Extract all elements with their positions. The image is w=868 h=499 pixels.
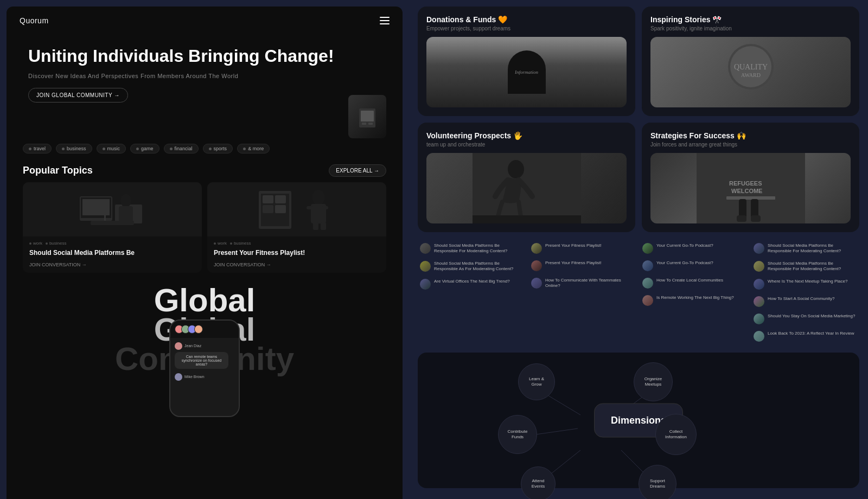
svg-text:REFUGEES: REFUGEES [729, 180, 762, 187]
tag-sports[interactable]: sports [203, 144, 233, 153]
list-item[interactable]: How To Communicate With Teammates Online… [529, 276, 637, 291]
list-item[interactable]: Should Social Media Platforms Be Respons… [751, 259, 859, 274]
tag-label: business [67, 146, 86, 151]
category-card-strategies: Strategies For Success 🙌 Join forces and… [642, 123, 859, 232]
tag-more[interactable]: & more [237, 144, 270, 153]
phone-user-name-2: Mike Brown [184, 375, 205, 379]
article-avatar [754, 314, 764, 324]
article-column-2: Your Current Go-To Podcast? Your Current… [640, 241, 748, 344]
phone-mockup: Jean Diaz Can remote teams synchronize o… [169, 319, 240, 417]
svg-rect-37 [737, 215, 746, 222]
article-title: How To Start A Social Community? [768, 296, 834, 302]
global-community-section: Global Global Community Jean Diaz [7, 277, 403, 374]
phone-user-row: Jean Diaz [175, 342, 234, 350]
tag-label: travel [34, 146, 46, 151]
topic-tag-work: work [29, 241, 42, 246]
article-title: Should Social Media Platforms Be Respons… [768, 243, 857, 254]
list-item[interactable]: Your Current Go-To Podcast? [640, 258, 748, 273]
category-card-inspiring: Inspiring Stories 🎌 Spark positivity, ig… [642, 7, 859, 116]
hero-image-inner [348, 95, 386, 138]
list-item[interactable]: Is Remote Working The Next Big Thing? [640, 293, 748, 308]
phone-avatar-2 [175, 373, 182, 381]
tag-text: work [33, 241, 42, 246]
svg-text:AWARD: AWARD [741, 72, 761, 78]
list-item[interactable]: Should Social Media Platforms Be Respons… [418, 241, 526, 257]
article-avatar [531, 278, 542, 289]
tag-travel[interactable]: travel [23, 144, 52, 153]
phone-user-name: Jean Diaz [184, 344, 201, 348]
category-card-image-donations: Information [426, 37, 627, 107]
svg-rect-38 [751, 215, 761, 222]
tag-game[interactable]: game [130, 144, 159, 153]
list-item[interactable]: Look Back To 2023: A Reflect Year In Rev… [751, 329, 859, 344]
dim-bubble-support-dreams[interactable]: SupportDreams [639, 465, 676, 499]
category-card-image-inspiring: QUALITY AWARD [650, 37, 851, 107]
fitness-illustration [248, 185, 346, 234]
dim-bubble-collect-information[interactable]: CollectInformation [655, 414, 697, 455]
hero-image-icon [356, 103, 378, 130]
inspiring-image: QUALITY AWARD [650, 37, 851, 107]
desk-scene-icon [23, 182, 202, 236]
svg-rect-17 [275, 205, 286, 213]
list-item[interactable]: Are Virtual Offices The Next Big Trend? [418, 277, 526, 292]
list-item[interactable]: Where Is The Next Meetup Taking Place? [751, 277, 859, 292]
join-global-button[interactable]: JOIN GLOBAL COMMUNITY → [28, 88, 128, 103]
svg-rect-34 [726, 196, 775, 200]
list-item[interactable]: Present Your Fitness Playlist! [529, 258, 637, 273]
bubble-label: ContributeFunds [508, 429, 528, 439]
list-item[interactable]: Should Social Media Platforms Be Respons… [751, 241, 859, 257]
dim-bubble-organize-meetups[interactable]: OrganizeMeetups [634, 362, 673, 401]
popular-topics-title: Popular Topics [23, 165, 93, 176]
list-item[interactable]: Should Social Media Platforms Be Respons… [418, 259, 526, 274]
dim-bubble-attend-events[interactable]: AttendEvents [521, 466, 556, 499]
list-item[interactable]: How To Start A Social Community? [751, 294, 859, 309]
topic-card-image-0 [23, 182, 202, 236]
phone-message-area: Jean Diaz Can remote teams synchronize o… [170, 338, 239, 385]
list-item[interactable]: How To Create Local Communities [640, 276, 748, 291]
join-conversation-1[interactable]: JOIN CONVERSATION → [214, 262, 380, 267]
logo: Quorum [20, 16, 49, 25]
topic-tags-1: work business [214, 241, 380, 246]
tag-financial[interactable]: financial [164, 144, 199, 153]
join-conversation-0[interactable]: JOIN CONVERSATION → [29, 262, 195, 267]
topic-card-title-1: Present Your Fitness Playlist! [214, 249, 380, 258]
hero-title: Uniting Individuals Bringing Change! [28, 46, 381, 66]
category-card-subtitle-inspiring: Spark positivity, ignite imagination [650, 25, 851, 31]
dim-bubble-contribute-funds[interactable]: ContributeFunds [498, 415, 537, 454]
arch-shape: Information [508, 50, 546, 94]
article-avatar [642, 278, 653, 289]
svg-rect-20 [307, 206, 313, 209]
tag-business[interactable]: business [56, 144, 92, 153]
category-card-subtitle-strategies: Join forces and arrange great things [650, 142, 851, 148]
dim-bubble-learn-grow[interactable]: Learn &Grow [518, 363, 555, 400]
topic-card-title-0: Should Social Media Platforms Be [29, 249, 195, 258]
info-text: Information [515, 69, 538, 75]
category-card-subtitle-donations: Empower projects, support dreams [426, 25, 627, 31]
list-item[interactable]: Present Your Fitness Playlist! [529, 241, 637, 256]
svg-rect-21 [322, 206, 328, 209]
tag-music[interactable]: music [97, 144, 126, 153]
nav-bar: Quorum [7, 7, 403, 35]
category-card-donations: Donations & Funds 🧡 Empower projects, su… [418, 7, 635, 116]
list-item[interactable]: Your Current Go-To Podcast? [640, 241, 748, 256]
article-title: Where Is The Next Meetup Taking Place? [768, 279, 847, 284]
tag-text: business [49, 241, 67, 246]
article-column-0: Should Social Media Platforms Be Respons… [418, 241, 526, 344]
category-card-title-strategies: Strategies For Success 🙌 [650, 131, 851, 140]
article-avatar [754, 243, 764, 254]
svg-point-29 [508, 160, 524, 178]
article-avatar [754, 331, 764, 342]
article-avatar [642, 295, 653, 306]
article-avatar [642, 260, 653, 271]
svg-rect-15 [275, 195, 286, 203]
topic-card-1: work business Present Your Fitness Playl… [207, 182, 386, 273]
hamburger-menu[interactable] [380, 17, 390, 24]
explore-all-button[interactable]: EXPLORE ALL → [329, 164, 386, 177]
article-avatar [642, 243, 653, 254]
article-avatar [420, 279, 431, 290]
list-item[interactable]: Should You Stay On Social Media Marketin… [751, 311, 859, 327]
svg-rect-16 [263, 205, 273, 213]
bubble-label: CollectInformation [665, 429, 687, 439]
topic-card-0: work business Should Social Media Platfo… [23, 182, 202, 273]
article-title: Should Social Media Platforms Be Respons… [768, 261, 857, 272]
